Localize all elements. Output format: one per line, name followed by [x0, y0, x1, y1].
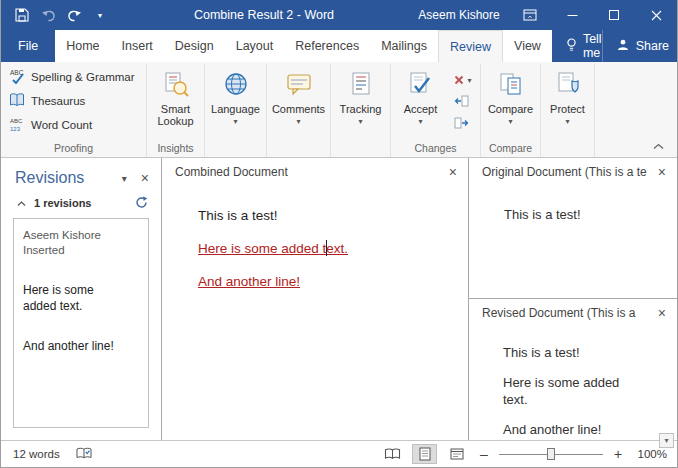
revision-author: Aseem Kishore: [23, 228, 126, 243]
revised-document-pane: Revised Document (This is a × This is a …: [469, 299, 677, 451]
group-label-insights: Insights: [149, 140, 202, 157]
thesaurus-label: Thesaurus: [31, 95, 85, 107]
minimize-icon[interactable]: [551, 0, 593, 30]
comments-button[interactable]: Comments ▾: [271, 65, 327, 140]
tab-insert[interactable]: Insert: [111, 30, 164, 62]
scroll-down-icon[interactable]: ▾: [659, 433, 674, 448]
svg-text:123: 123: [10, 126, 21, 132]
next-change-icon: [454, 117, 469, 132]
share-label: Share: [636, 39, 669, 53]
person-icon: [617, 39, 629, 54]
group-proofing: ABC Spelling & Grammar Thesaurus ABC123 …: [1, 64, 147, 157]
quick-access-toolbar: ▾: [1, 4, 119, 26]
group-changes: Accept ▾ ▾: [391, 64, 481, 157]
print-layout-icon[interactable]: [412, 444, 437, 464]
maximize-icon[interactable]: [593, 0, 635, 30]
protect-shield-icon: [555, 68, 581, 100]
revisions-menu-icon[interactable]: ▾: [122, 173, 127, 184]
proofing-status-icon[interactable]: [76, 447, 92, 462]
language-button[interactable]: Language ▾: [208, 65, 264, 140]
doc-line: This is a test!: [198, 207, 448, 224]
ribbon-display-options-icon[interactable]: [509, 0, 551, 30]
collapse-ribbon-icon[interactable]: [649, 139, 667, 153]
word-window: ▾ Combine Result 2 - Word Aseem Kishore …: [0, 0, 678, 468]
original-document-view[interactable]: This is a test!: [469, 185, 677, 298]
doc-line: This is a test!: [503, 344, 637, 361]
accept-label: Accept: [404, 103, 438, 115]
doc-line: And another line!: [503, 421, 637, 438]
tabrow-right-section: Tell me Share: [552, 30, 678, 62]
revisions-close-icon[interactable]: ×: [139, 171, 151, 185]
accept-button[interactable]: Accept ▾: [394, 65, 446, 140]
ribbon: ABC Spelling & Grammar Thesaurus ABC123 …: [1, 62, 677, 158]
redo-icon[interactable]: [63, 4, 85, 26]
doc-line-inserted: And another line!: [198, 273, 448, 290]
signed-in-user[interactable]: Aseem Kishore: [409, 8, 509, 22]
source-documents-column: Original Document (This is a te × This i…: [469, 158, 677, 440]
revised-close-icon[interactable]: ×: [656, 306, 668, 320]
smart-lookup-icon: [163, 68, 189, 100]
share-button[interactable]: Share: [602, 30, 669, 62]
previous-change-button[interactable]: [451, 93, 474, 111]
doc-line: Here is some added text.: [503, 374, 637, 408]
reject-button[interactable]: ▾: [451, 71, 474, 89]
tab-references[interactable]: References: [284, 30, 370, 62]
svg-text:ABC: ABC: [10, 118, 23, 124]
thesaurus-button[interactable]: Thesaurus: [3, 89, 144, 112]
lightbulb-icon: [566, 38, 577, 55]
tab-mailings[interactable]: Mailings: [370, 30, 438, 62]
spellcheck-icon: ABC: [9, 68, 25, 86]
read-mode-icon[interactable]: [380, 444, 405, 464]
original-document-pane: Original Document (This is a te × This i…: [469, 158, 677, 299]
combined-document-editor[interactable]: This is a test! Here is some added text.…: [162, 185, 468, 440]
revisions-pane-title: Revisions: [15, 169, 111, 187]
window-controls: [509, 0, 677, 30]
combined-document-pane: Combined Document × This is a test! Here…: [162, 158, 469, 440]
language-label: Language: [211, 103, 260, 115]
previous-change-icon: [454, 95, 469, 110]
chevron-down-icon: ▾: [565, 118, 569, 125]
title-bar: ▾ Combine Result 2 - Word Aseem Kishore: [1, 0, 677, 30]
revision-text-line: Here is some added text.: [23, 282, 126, 314]
smart-lookup-button[interactable]: Smart Lookup: [149, 65, 202, 140]
web-layout-icon[interactable]: [444, 444, 469, 464]
refresh-icon[interactable]: [135, 196, 148, 209]
close-icon[interactable]: [635, 0, 677, 30]
tracking-button[interactable]: Tracking ▾: [333, 65, 388, 140]
revisions-pane: Revisions ▾ × 1 revisions Aseem Kishore …: [1, 158, 162, 440]
word-count-button[interactable]: ABC123 Word Count: [3, 113, 144, 136]
word-count-status[interactable]: 12 words: [13, 448, 60, 460]
text-cursor: [326, 240, 327, 256]
customize-qat-button[interactable]: ▾: [89, 4, 111, 26]
combined-pane-title: Combined Document: [175, 165, 288, 179]
spelling-grammar-button[interactable]: ABC Spelling & Grammar: [3, 65, 144, 88]
collapse-summary-icon[interactable]: [17, 197, 26, 209]
zoom-slider-thumb[interactable]: [547, 448, 555, 460]
compare-button[interactable]: Compare ▾: [483, 65, 538, 140]
tab-layout[interactable]: Layout: [225, 30, 285, 62]
compare-label: Compare: [488, 103, 533, 115]
group-protect: Protect ▾: [541, 64, 595, 157]
revised-pane-title: Revised Document (This is a: [482, 306, 635, 320]
chevron-down-icon: ▾: [508, 118, 512, 125]
tab-home[interactable]: Home: [55, 30, 110, 62]
word-count-label: Word Count: [31, 119, 92, 131]
protect-button[interactable]: Protect ▾: [543, 65, 592, 140]
combined-close-icon[interactable]: ×: [447, 165, 459, 179]
tab-review[interactable]: Review: [438, 30, 503, 62]
group-language: Language ▾: [205, 64, 267, 157]
chevron-down-icon: ▾: [467, 77, 471, 84]
tab-design[interactable]: Design: [164, 30, 225, 62]
revision-card[interactable]: Aseem Kishore Inserted Here is some adde…: [13, 218, 149, 428]
original-pane-title: Original Document (This is a te: [482, 165, 647, 179]
tell-me-button[interactable]: Tell me: [566, 32, 602, 60]
undo-icon[interactable]: [37, 4, 59, 26]
tab-view[interactable]: View: [503, 30, 552, 62]
tab-file[interactable]: File: [1, 30, 55, 62]
document-area: Revisions ▾ × 1 revisions Aseem Kishore …: [1, 158, 677, 440]
revised-document-view[interactable]: This is a test! Here is some added text.…: [469, 326, 677, 451]
zoom-slider: [499, 445, 603, 463]
next-change-button[interactable]: [451, 115, 474, 133]
original-close-icon[interactable]: ×: [656, 165, 668, 179]
save-icon[interactable]: [11, 4, 33, 26]
